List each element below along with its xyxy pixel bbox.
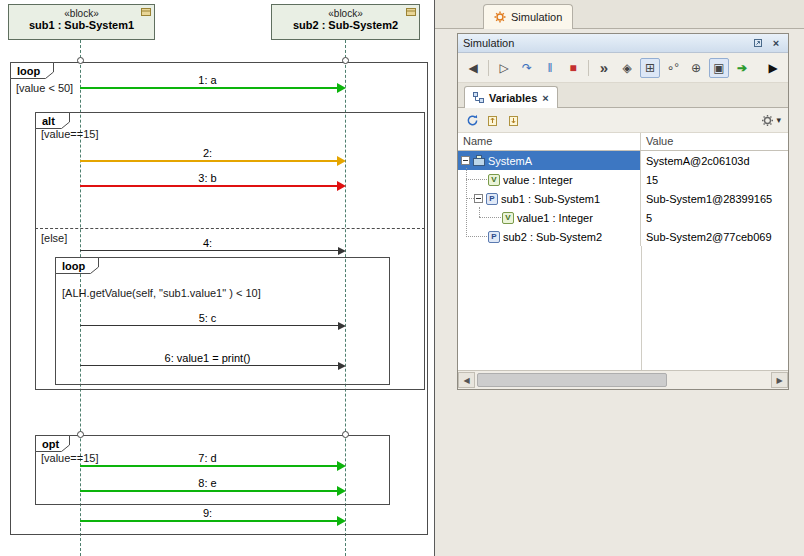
simulation-gear-icon bbox=[494, 11, 506, 23]
breakpoints-icon[interactable]: ⊕ bbox=[686, 58, 706, 78]
row-value: Sub-System1@28399165 bbox=[646, 193, 772, 205]
export-variables-icon[interactable] bbox=[486, 113, 500, 127]
simulation-tabbar: Simulation bbox=[435, 0, 804, 29]
block-icon bbox=[141, 8, 151, 16]
message-6[interactable]: 6: value1 = print() bbox=[80, 353, 345, 370]
fragment-operator-tab[interactable]: opt bbox=[35, 435, 71, 453]
arrowhead-icon bbox=[337, 83, 346, 93]
row-value: SystemA@2c06103d bbox=[646, 155, 750, 167]
row-name: sub2 : Sub-System2 bbox=[503, 231, 602, 243]
guard-alt[interactable]: [value==15] bbox=[41, 128, 99, 140]
table-row[interactable]: P sub2 : Sub-System2 Sub-System2@77ceb06… bbox=[458, 227, 788, 246]
pause-icon[interactable]: ‖ bbox=[540, 58, 560, 78]
value-cell: 5 bbox=[641, 208, 788, 227]
simulation-toolbar: ◀ ▷ ↷ ‖ ■ » ◈ ⊞ ∘° ⊕ ▣ ➔ ▶ bbox=[458, 53, 788, 83]
name-cell: V value1 : Integer bbox=[458, 208, 641, 227]
lifeline-head-sub1[interactable]: «block» sub1 : Sub-System1 bbox=[8, 4, 155, 40]
name-cell: P sub2 : Sub-System2 bbox=[458, 227, 641, 246]
overflow-chevron-icon[interactable]: » bbox=[594, 58, 614, 78]
variables-table-body: SystemA SystemA@2c06103d V value : Integ… bbox=[458, 151, 788, 370]
sequence-diagram: «block» sub1 : Sub-System1 «block» sub2 … bbox=[0, 0, 434, 556]
occurrence-circle bbox=[77, 431, 84, 438]
scrollbar-thumb[interactable] bbox=[477, 373, 667, 387]
tab-simulation[interactable]: Simulation bbox=[483, 4, 573, 29]
row-name: SystemA bbox=[488, 155, 532, 167]
step-back-icon[interactable]: ◀ bbox=[463, 58, 483, 78]
message-7[interactable]: 7: d bbox=[80, 453, 345, 470]
step-over-icon[interactable]: ↷ bbox=[517, 58, 537, 78]
table-row[interactable]: V value1 : Integer 5 bbox=[458, 208, 788, 227]
fragment-operator-tab[interactable]: loop bbox=[55, 257, 100, 275]
scroll-left-icon[interactable]: ◀ bbox=[458, 372, 475, 388]
value-cell: 15 bbox=[641, 170, 788, 189]
stereotype-label: «block» bbox=[9, 8, 154, 19]
horizontal-scrollbar[interactable]: ◀ ▶ bbox=[458, 370, 788, 389]
lifeline-head-sub2[interactable]: «block» sub2 : Sub-System2 bbox=[271, 4, 420, 40]
tab-variables[interactable]: Variables × bbox=[464, 86, 558, 108]
value-cell: Sub-System2@77ceb069 bbox=[641, 227, 788, 246]
variables-table-header: Name Value bbox=[458, 133, 788, 151]
message-4[interactable]: 4: bbox=[80, 238, 345, 255]
guard-outer-loop[interactable]: [value < 50] bbox=[16, 82, 73, 94]
scroll-right-icon[interactable]: ▶ bbox=[771, 372, 788, 388]
variables-icon bbox=[473, 92, 484, 103]
lifeline-name: sub1 : Sub-System1 bbox=[9, 19, 154, 31]
name-cell: SystemA bbox=[458, 151, 641, 170]
close-tab-icon[interactable]: × bbox=[542, 92, 548, 104]
float-window-icon[interactable] bbox=[751, 36, 765, 50]
toolbar-separator bbox=[588, 60, 589, 76]
value-property-icon: V bbox=[488, 174, 500, 186]
console-view-icon[interactable]: ▣ bbox=[709, 58, 729, 78]
collapse-expander-icon[interactable] bbox=[461, 156, 470, 165]
screen: «block» sub1 : Sub-System1 «block» sub2 … bbox=[0, 0, 804, 556]
guard-inner-loop[interactable]: [ALH.getValue(self, "sub1.value1" ) < 10… bbox=[62, 287, 261, 299]
message-8[interactable]: 8: e bbox=[80, 478, 345, 495]
row-name: value1 : Integer bbox=[517, 212, 593, 224]
table-row[interactable]: SystemA SystemA@2c06103d bbox=[458, 151, 788, 170]
table-options-button[interactable]: ▾ bbox=[761, 114, 781, 127]
column-header-value[interactable]: Value bbox=[641, 133, 788, 150]
trigger-icon[interactable]: ◈ bbox=[617, 58, 637, 78]
lifeline-name: sub2 : Sub-System2 bbox=[272, 19, 419, 31]
part-property-icon: P bbox=[486, 193, 498, 205]
refresh-icon[interactable] bbox=[465, 113, 479, 127]
toolbar-separator bbox=[488, 60, 489, 76]
terminate-icon[interactable]: ■ bbox=[563, 58, 583, 78]
occurrence-circle bbox=[77, 57, 84, 64]
svg-text:opt: opt bbox=[42, 438, 59, 450]
table-row[interactable]: V value : Integer 15 bbox=[458, 170, 788, 189]
block-instance-icon bbox=[473, 155, 485, 166]
message-3[interactable]: 3: b bbox=[80, 173, 345, 190]
collapse-expander-icon[interactable] bbox=[474, 194, 483, 203]
row-name: sub1 : Sub-System1 bbox=[501, 193, 600, 205]
variables-view-icon[interactable]: ⊞ bbox=[640, 58, 660, 78]
message-9[interactable]: 9: bbox=[80, 508, 345, 525]
row-value: Sub-System2@77ceb069 bbox=[646, 231, 772, 243]
row-value: 5 bbox=[646, 212, 652, 224]
svg-text:loop: loop bbox=[17, 65, 40, 77]
arrowhead-icon bbox=[337, 461, 346, 471]
stereotype-label: «block» bbox=[272, 8, 419, 19]
message-1[interactable]: 1: a bbox=[80, 75, 345, 92]
row-value: 15 bbox=[646, 174, 658, 186]
value-property-icon: V bbox=[502, 212, 514, 224]
close-panel-icon[interactable]: × bbox=[769, 36, 783, 50]
animation-speed-icon[interactable]: ∘° bbox=[663, 58, 683, 78]
column-header-name[interactable]: Name bbox=[458, 133, 641, 150]
tab-label: Simulation bbox=[511, 11, 562, 23]
message-5[interactable]: 5: c bbox=[80, 313, 345, 330]
occurrence-circle bbox=[342, 57, 349, 64]
table-row[interactable]: P sub1 : Sub-System1 Sub-System1@2839916… bbox=[458, 189, 788, 208]
fragment-operator-tab[interactable]: loop bbox=[10, 62, 55, 80]
guard-else[interactable]: [else] bbox=[41, 232, 67, 244]
arrowhead-icon bbox=[337, 156, 346, 166]
variables-toolbar: ▾ bbox=[458, 108, 788, 133]
export-run-icon[interactable]: ➔ bbox=[732, 58, 752, 78]
import-variables-icon[interactable] bbox=[507, 113, 521, 127]
toolbar-more-icon[interactable]: ▶ bbox=[763, 58, 783, 78]
message-2[interactable]: 2: bbox=[80, 148, 345, 165]
part-property-icon: P bbox=[488, 231, 500, 243]
occurrence-circle bbox=[342, 431, 349, 438]
arrowhead-icon bbox=[338, 322, 346, 330]
run-icon[interactable]: ▷ bbox=[494, 58, 514, 78]
